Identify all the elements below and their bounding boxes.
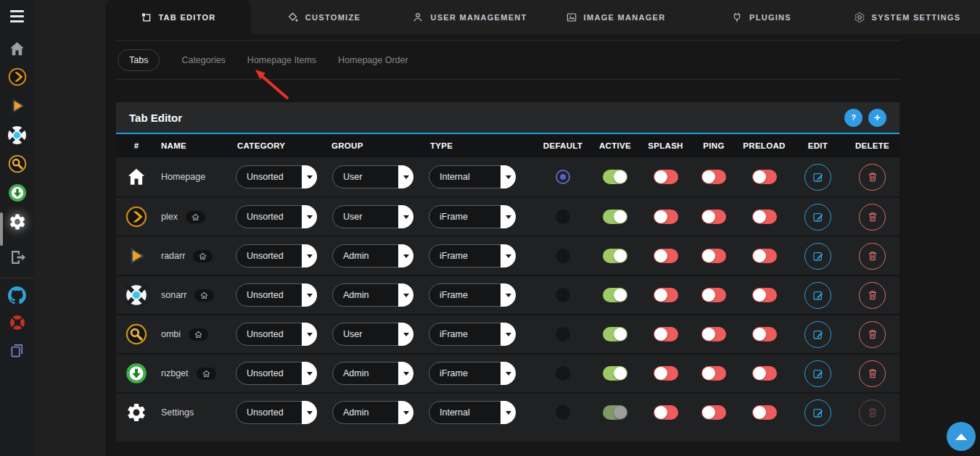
ping-toggle[interactable]: [701, 210, 726, 224]
group-select[interactable]: Admin: [332, 362, 413, 385]
sidebar-item-nzbget[interactable]: [0, 180, 34, 206]
sidebar-item-menu[interactable]: [0, 3, 34, 29]
active-toggle[interactable]: [603, 405, 627, 420]
type-select[interactable]: Internal: [429, 401, 516, 424]
group-select[interactable]: Admin: [332, 401, 413, 424]
category-select[interactable]: Unsorted: [236, 244, 317, 268]
type-select[interactable]: Internal: [429, 165, 516, 188]
default-radio[interactable]: [556, 366, 570, 381]
active-toggle[interactable]: [603, 327, 627, 341]
delete-button[interactable]: [859, 360, 886, 387]
type-select[interactable]: iFrame: [429, 323, 516, 346]
edit-button[interactable]: [804, 164, 831, 191]
delete-button[interactable]: [859, 243, 886, 270]
sidebar-item-docs[interactable]: [0, 337, 34, 363]
sidebar-item-home[interactable]: [0, 36, 34, 62]
tab-editor-panel: Tab Editor ? + #NAMECATEGORYGROUPTYPEDEF…: [116, 102, 899, 442]
preload-toggle[interactable]: [752, 170, 777, 184]
subnav-tab-homepage-items[interactable]: Homepage Items: [247, 50, 316, 70]
type-select[interactable]: iFrame: [429, 205, 516, 228]
type-select[interactable]: iFrame: [429, 283, 516, 307]
edit-button[interactable]: [804, 282, 831, 309]
sidebar-item-logout[interactable]: [0, 244, 34, 270]
top-nav-tab-user-management[interactable]: USER MANAGEMENT: [397, 0, 543, 34]
default-radio[interactable]: [556, 327, 570, 341]
group-select[interactable]: Admin: [332, 244, 413, 268]
ping-toggle[interactable]: [701, 366, 726, 381]
edit-button[interactable]: [804, 321, 831, 348]
delete-button[interactable]: [859, 282, 886, 309]
help-button[interactable]: ?: [844, 109, 862, 127]
delete-button[interactable]: [859, 321, 886, 348]
delete-button[interactable]: [859, 204, 886, 231]
subnav-tab-categories[interactable]: Categories: [181, 50, 225, 70]
group-select[interactable]: User: [332, 165, 413, 188]
edit-button[interactable]: [804, 399, 831, 426]
splash-toggle[interactable]: [654, 366, 678, 381]
preload-toggle[interactable]: [752, 210, 777, 224]
group-select[interactable]: User: [332, 323, 413, 346]
splash-toggle[interactable]: [654, 210, 678, 224]
ping-toggle[interactable]: [701, 170, 726, 184]
preload-toggle[interactable]: [752, 249, 777, 263]
type-select[interactable]: iFrame: [429, 362, 516, 385]
edit-button[interactable]: [804, 204, 831, 231]
edit-button[interactable]: [804, 243, 831, 270]
splash-toggle[interactable]: [654, 327, 678, 341]
preload-toggle[interactable]: [752, 327, 777, 341]
active-toggle[interactable]: [603, 210, 627, 224]
sidebar-item-github[interactable]: [0, 282, 34, 308]
sidebar-item-plex[interactable]: [0, 64, 34, 90]
ping-toggle[interactable]: [701, 288, 726, 302]
default-radio[interactable]: [556, 210, 570, 224]
preload-toggle[interactable]: [752, 405, 777, 420]
top-nav-tab-system-settings[interactable]: SYSTEM SETTINGS: [834, 0, 980, 34]
category-select[interactable]: Unsorted: [236, 205, 317, 228]
category-select[interactable]: Unsorted: [236, 323, 317, 346]
edit-button[interactable]: [804, 360, 831, 387]
category-select[interactable]: Unsorted: [236, 283, 317, 307]
sidebar-item-sonarr[interactable]: [0, 122, 34, 148]
preload-toggle[interactable]: [752, 366, 777, 381]
nzbget-icon: [8, 183, 27, 202]
group-select[interactable]: User: [332, 205, 413, 228]
subnav-tab-homepage-order[interactable]: Homepage Order: [338, 50, 408, 70]
ping-toggle[interactable]: [701, 405, 726, 420]
delete-button[interactable]: [859, 164, 886, 191]
splash-toggle[interactable]: [654, 288, 678, 302]
preload-toggle[interactable]: [752, 288, 777, 302]
category-select[interactable]: Unsorted: [236, 362, 317, 385]
default-radio[interactable]: [556, 405, 570, 420]
splash-toggle[interactable]: [654, 170, 678, 184]
default-radio[interactable]: [556, 288, 570, 302]
top-nav-tab-plugins[interactable]: PLUGINS: [688, 0, 834, 34]
add-tab-button[interactable]: +: [868, 109, 886, 127]
ping-toggle[interactable]: [701, 249, 726, 263]
sidebar-item-radarr[interactable]: [0, 93, 34, 119]
splash-toggle[interactable]: [654, 249, 678, 263]
category-select[interactable]: Unsorted: [236, 401, 317, 424]
top-nav-tab-tab-editor[interactable]: TAB EDITOR: [105, 0, 251, 34]
sidebar-item-support[interactable]: [0, 310, 34, 336]
top-nav-tab-image-manager[interactable]: IMAGE MANAGER: [543, 0, 688, 34]
active-toggle[interactable]: [603, 366, 627, 381]
active-toggle[interactable]: [603, 288, 627, 302]
chevron-down-icon: [501, 165, 516, 188]
category-select[interactable]: Unsorted: [236, 165, 317, 188]
default-radio[interactable]: [556, 249, 570, 263]
top-nav-tab-customize[interactable]: CUSTOMIZE: [251, 0, 397, 34]
sidebar-item-settings[interactable]: [0, 209, 34, 235]
subnav-tab-tabs[interactable]: Tabs: [118, 49, 160, 71]
active-toggle[interactable]: [603, 249, 627, 263]
ping-toggle[interactable]: [701, 327, 726, 341]
active-toggle[interactable]: [603, 170, 627, 184]
type-select[interactable]: iFrame: [429, 244, 516, 268]
column-header-preload: PRELOAD: [738, 141, 791, 150]
default-radio[interactable]: [556, 170, 570, 184]
scroll-to-top-button[interactable]: [947, 422, 976, 451]
sidebar-item-ombi[interactable]: [0, 151, 34, 177]
tab-name: nzbget: [161, 368, 189, 378]
splash-toggle[interactable]: [654, 405, 678, 420]
app-sidebar: [0, 0, 34, 456]
group-select[interactable]: Admin: [332, 283, 413, 307]
